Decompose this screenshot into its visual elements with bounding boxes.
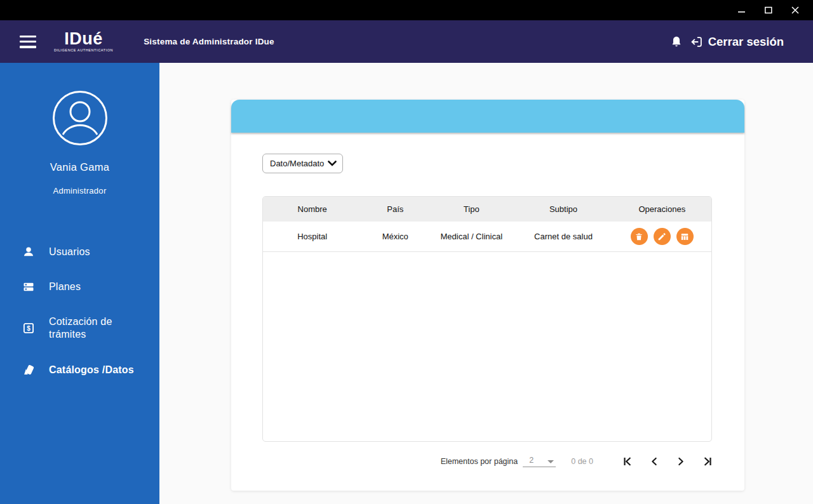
maximize-icon [765,6,772,14]
column-header-pais: País [361,204,429,214]
menu-button[interactable] [20,36,36,48]
edit-button[interactable] [654,228,671,245]
quote-dollar-icon: $ [22,322,36,335]
card-header-bar [231,100,744,133]
cell-operations [613,228,711,245]
items-per-page-label: Elementos por página [441,457,518,466]
sidebar-item-label: Cotización de trámites [49,315,144,342]
chevron-down-icon [328,161,337,166]
logo-subtext: DILIGENCE AUTHENTICATION [54,49,113,53]
user-role: Administrador [0,186,159,196]
close-icon [791,6,799,14]
cell-pais: México [361,232,429,241]
next-page-button[interactable] [675,455,687,468]
window-titlebar [0,0,813,20]
minimize-button[interactable] [733,3,751,18]
column-header-operaciones: Operaciones [613,204,711,214]
page-size-value: 2 [529,456,534,465]
page-title: Sistema de Administrador IDue [144,37,274,46]
last-page-button[interactable] [701,455,714,468]
close-button[interactable] [786,3,804,18]
page-size-select[interactable]: 2 [523,456,556,467]
cell-subtipo: Carnet de salud [514,232,612,241]
sidebar-nav: Usuarios Planes $ Cotización de trámites [0,235,159,388]
catalog-table: Nombre País Tipo Subtipo Operaciones Hos… [262,196,712,442]
sidebar-item-usuarios[interactable]: Usuarios [0,235,159,270]
caret-down-icon [548,460,554,463]
app-header: IDué DILIGENCE AUTHENTICATION Sistema de… [0,20,813,63]
logo-text: IDué [64,30,103,48]
logout-label: Cerrar sesión [708,35,784,49]
cell-nombre: Hospital [263,232,361,241]
pagination-bar: Elementos por página 2 0 de 0 [231,455,714,468]
chevron-left-icon [649,456,659,467]
maximize-button[interactable] [760,3,777,18]
sidebar-item-catalogos[interactable]: Catálogos /Datos [0,352,159,388]
main-content: Dato/Metadato Nombre País Tipo Subtipo O… [159,63,813,504]
avatar [52,90,108,146]
column-header-subtipo: Subtipo [514,204,612,214]
app-logo[interactable]: IDué DILIGENCE AUTHENTICATION [54,30,113,53]
last-page-icon [702,456,713,467]
svg-text:$: $ [27,325,30,332]
table-view-button[interactable] [676,228,694,245]
notifications-bell-icon[interactable] [669,35,683,49]
catalog-card: Dato/Metadato Nombre País Tipo Subtipo O… [231,100,744,491]
catalogs-icon [22,363,36,377]
catalog-type-value: Dato/Metadato [270,159,328,168]
sidebar-item-planes[interactable]: Planes [0,270,159,305]
logout-button[interactable]: Cerrar sesión [690,35,784,49]
previous-page-button[interactable] [648,455,661,468]
catalog-type-select[interactable]: Dato/Metadato [262,154,343,173]
delete-button[interactable] [631,228,648,245]
table-row: Hospital México Medical / Clinical Carne… [263,222,711,252]
column-header-tipo: Tipo [429,204,514,214]
user-icon [22,246,36,258]
delete-icon [635,232,643,241]
first-page-button[interactable] [621,455,634,468]
logout-icon [690,35,704,49]
chevron-right-icon [676,456,686,467]
sidebar-item-cotizacion[interactable]: $ Cotización de trámites [0,305,159,353]
sidebar: Vania Gama Administrador Usuarios Planes… [0,63,159,504]
sidebar-item-label: Planes [49,281,144,294]
minimize-icon [738,6,746,14]
page-range-label: 0 de 0 [571,457,593,466]
cell-tipo: Medical / Clinical [429,232,514,241]
sidebar-item-label: Catálogos /Datos [49,364,144,377]
first-page-icon [622,456,633,467]
user-name: Vania Gama [0,161,159,173]
hamburger-icon [20,36,36,37]
plans-icon [22,281,36,293]
table-header-row: Nombre País Tipo Subtipo Operaciones [263,197,711,222]
table-icon [680,232,689,241]
sidebar-item-label: Usuarios [49,246,144,259]
edit-icon [657,232,666,241]
column-header-nombre: Nombre [263,204,361,214]
